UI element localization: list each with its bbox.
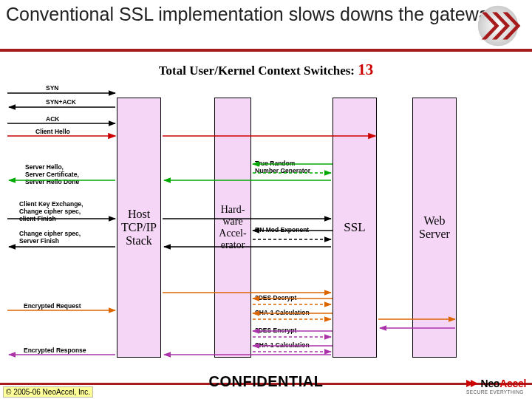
page-title: Conventional SSL implementation slows do… <box>0 0 532 25</box>
msg-client-kex: Client Key Exchange, Change cipher spec,… <box>19 201 83 222</box>
ctx-text: Total User/Kernel Context Switches: <box>159 64 355 78</box>
brand-accel: Accel <box>499 378 526 389</box>
brand-tagline: SECURE EVERYTHING <box>466 389 526 395</box>
logo: NeoAccel SECURE EVERYTHING <box>466 378 526 395</box>
context-switch-label: Total User/Kernel Context Switches: 13 <box>0 61 532 79</box>
msg-ack: ACK <box>46 116 59 123</box>
brand-neo: Neo <box>481 378 500 389</box>
hw-3des-dec: 3DES Decrypt <box>255 294 296 301</box>
brand-text: NeoAccel <box>466 378 526 389</box>
box-host-stack: Host TCP/IP Stack <box>117 98 161 358</box>
msg-client-hello: Client Hello <box>35 129 70 136</box>
chevron-icon <box>468 4 528 47</box>
msg-server-hello: Server Hello, Server Certificate, Server… <box>25 164 79 185</box>
hw-rng: True Random Number Generator <box>255 160 310 174</box>
msg-enc-resp: Encrypted Response <box>24 347 86 355</box>
hw-3des-enc: 3DES Encrypt <box>255 327 296 334</box>
title-bar: Conventional SSL implementation slows do… <box>0 0 532 52</box>
hw-bnmod: BN Mod Exponent <box>255 226 309 233</box>
arrow-icon <box>466 378 478 389</box>
box-web-server: Web Server <box>412 98 457 358</box>
msg-synack: SYN+ACK <box>46 99 76 106</box>
msg-enc-req: Encrypted Request <box>24 303 81 310</box>
hw-sha1-a: SHA-1 Calculation <box>255 309 310 316</box>
ctx-count: 13 <box>358 61 373 78</box>
msg-change-cipher: Change cipher spec, Server Finish <box>19 231 81 245</box>
box-ssl: SSL <box>332 98 377 358</box>
msg-syn: SYN <box>46 85 58 92</box>
hw-sha1-b: SHA-1 Calculation <box>255 341 310 349</box>
copyright: © 2005-06 NeoAccel, Inc. <box>3 386 93 398</box>
box-hw-accel: Hard- ware Accel- erator <box>214 98 251 358</box>
